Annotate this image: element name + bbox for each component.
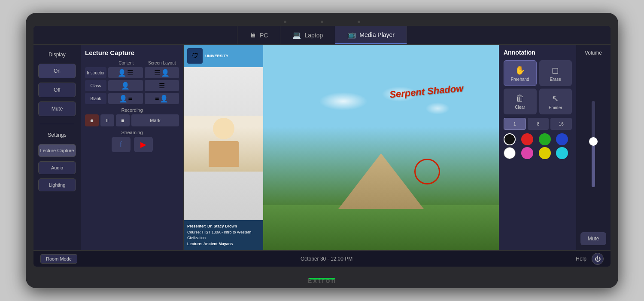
- presenter-course: Course: HIST 130A - Intro to Western Civ…: [187, 230, 251, 240]
- presenter-avatar: [184, 116, 263, 172]
- display-mute-button[interactable]: Mute: [38, 101, 76, 116]
- avatar-head: [213, 118, 234, 139]
- blank-layout-2[interactable]: ≡ 👤: [145, 93, 179, 104]
- color-black[interactable]: [504, 133, 516, 145]
- instructor-button[interactable]: Instructor: [85, 67, 106, 78]
- class-layout-2[interactable]: ☰: [145, 80, 179, 91]
- color-red[interactable]: [521, 133, 533, 145]
- clear-icon: 🗑: [516, 93, 524, 103]
- size-controls: 1 8 16: [504, 118, 572, 130]
- green-led: [309, 278, 335, 280]
- size-16-button[interactable]: 16: [550, 118, 572, 130]
- left-panel: Display On Off Mute Settings Lecture Cap…: [33, 45, 81, 250]
- volume-label: Volume: [585, 50, 602, 56]
- streaming-controls: f ▶: [85, 137, 179, 152]
- audio-settings-button[interactable]: Audio: [38, 161, 76, 174]
- class-button[interactable]: Class: [85, 80, 106, 91]
- layout-lines2-icon: ☰: [154, 69, 160, 77]
- color-pink[interactable]: [521, 147, 533, 159]
- display-label: Display: [49, 52, 65, 58]
- tab-media-player[interactable]: 📺 Media Player: [335, 26, 407, 44]
- presenter-view: 🛡 UNIVERSITY Pres: [184, 45, 263, 250]
- instructor-layout-1[interactable]: 👤 ☰: [108, 67, 143, 78]
- blank-person-icon: 👤: [119, 95, 128, 103]
- instructor-layout-2[interactable]: ☰ 👤: [145, 67, 179, 78]
- color-green[interactable]: [539, 133, 551, 145]
- volume-track[interactable]: [592, 101, 595, 187]
- bottom-bar: Room Mode October 30 - 12:00 PM Help ⏻: [33, 250, 611, 267]
- recording-label: Recording: [85, 108, 179, 113]
- pointer-icon: ↖: [552, 93, 559, 104]
- center-content: 🛡 UNIVERSITY Pres: [184, 45, 499, 250]
- camera-dot-left: [284, 21, 286, 23]
- presenter-info: Presenter: Dr. Stacy Brown Course: HIST …: [184, 220, 263, 250]
- freehand-icon: ✋: [515, 65, 526, 75]
- blank-lines2-icon: ≡: [155, 95, 159, 102]
- room-mode-button[interactable]: Room Mode: [40, 254, 77, 264]
- pause-button[interactable]: ⏸: [100, 114, 114, 126]
- annotation-title: Annotation: [504, 49, 572, 56]
- blank-row: Blank 👤 ≡ ≡ 👤: [85, 93, 179, 104]
- record-button[interactable]: ⏺: [85, 114, 99, 126]
- screen-layout-col-header: Screen Layout: [145, 61, 179, 65]
- avatar-figure: [207, 118, 241, 169]
- camera-dot-center: [321, 21, 323, 23]
- tab-laptop[interactable]: 💻 Laptop: [280, 26, 335, 44]
- tab-pc[interactable]: 🖥 PC: [237, 26, 280, 44]
- size-1-button[interactable]: 1: [504, 118, 526, 130]
- volume-mute-button[interactable]: Mute: [580, 232, 606, 245]
- lecture-capture-settings-button[interactable]: Lecture Capture: [38, 144, 76, 157]
- lecture-capture-title: Lecture Capture: [85, 49, 179, 56]
- presenter-header: 🛡 UNIVERSITY: [184, 45, 263, 67]
- size-8-button[interactable]: 8: [528, 118, 549, 130]
- settings-divider: [40, 124, 74, 124]
- recording-controls: ⏺ ⏸ ⏹ Mark: [85, 114, 179, 126]
- class-row: Class 👤 ☰: [85, 80, 179, 91]
- display-on-button[interactable]: On: [38, 64, 76, 78]
- streaming-label: Streaming: [85, 130, 179, 135]
- color-blue[interactable]: [556, 133, 568, 145]
- blank-lines-icon: ≡: [128, 95, 132, 102]
- facebook-stream-button[interactable]: f: [112, 137, 131, 152]
- power-button[interactable]: ⏻: [592, 253, 604, 265]
- content-col-header: Content: [109, 61, 143, 65]
- clear-label: Clear: [515, 105, 525, 110]
- volume-slider-container: [592, 59, 595, 229]
- pc-icon: 🖥: [249, 31, 256, 39]
- lecture-capture-label: Lecture Capture: [40, 148, 74, 153]
- color-white[interactable]: [504, 147, 516, 159]
- youtube-icon: ▶: [140, 140, 146, 149]
- freehand-button[interactable]: ✋ Freehand: [504, 60, 537, 86]
- clear-button[interactable]: 🗑 Clear: [504, 89, 537, 114]
- avatar-body: [209, 141, 239, 167]
- class-layout-1[interactable]: 👤: [108, 80, 143, 91]
- layout-lines-icon: ☰: [127, 69, 133, 77]
- pointer-button[interactable]: ↖ Pointer: [539, 89, 572, 114]
- layout-person2-icon: 👤: [161, 69, 170, 77]
- youtube-stream-button[interactable]: ▶: [134, 137, 153, 152]
- tab-media-player-label: Media Player: [359, 31, 395, 38]
- freehand-label: Freehand: [511, 77, 529, 82]
- camera-bar: [33, 21, 611, 23]
- display-off-button[interactable]: Off: [38, 83, 76, 97]
- color-yellow[interactable]: [539, 147, 551, 159]
- class-person-icon: 👤: [121, 82, 130, 90]
- pyramid-body: [338, 153, 424, 209]
- color-cyan[interactable]: [556, 147, 568, 159]
- blank-layout-1[interactable]: 👤 ≡: [108, 93, 143, 104]
- mark-button[interactable]: Mark: [131, 114, 179, 126]
- erase-button[interactable]: ◻ Erase: [539, 60, 572, 86]
- tab-pc-label: PC: [260, 32, 268, 39]
- color-grid: [504, 133, 572, 159]
- volume-thumb[interactable]: [589, 137, 598, 146]
- center-top: 🛡 UNIVERSITY Pres: [184, 45, 499, 250]
- blank-button[interactable]: Blank: [85, 93, 106, 104]
- settings-label: Settings: [48, 132, 66, 138]
- lighting-settings-button[interactable]: Lighting: [38, 178, 76, 191]
- erase-label: Erase: [550, 77, 561, 82]
- help-button[interactable]: Help: [576, 256, 586, 262]
- laptop-icon: 💻: [292, 31, 301, 39]
- stop-button[interactable]: ⏹: [116, 114, 130, 126]
- university-text: UNIVERSITY: [205, 54, 228, 58]
- lc-column-headers: Content Screen Layout: [109, 61, 179, 65]
